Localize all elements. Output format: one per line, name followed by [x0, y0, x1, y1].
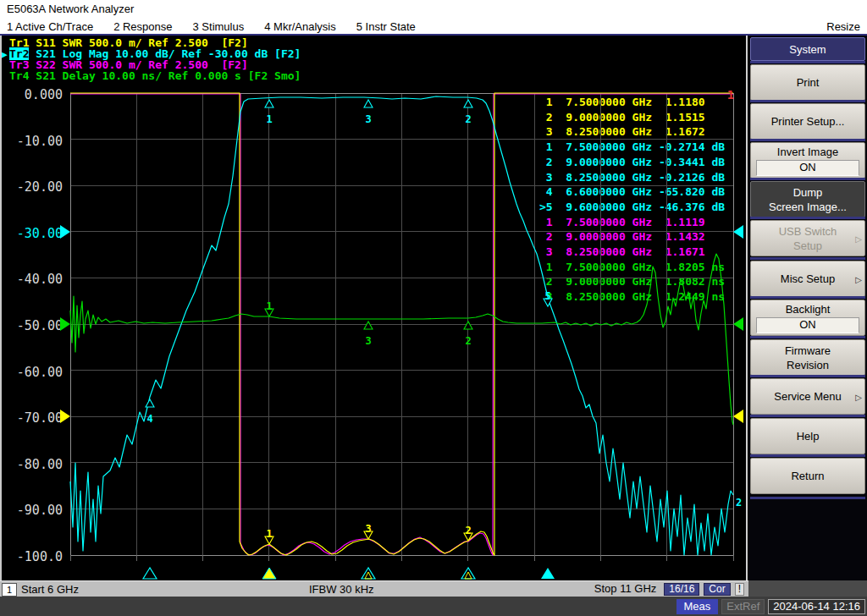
softkey-dump-screen-image[interactable]: DumpScreen Image...: [750, 181, 865, 217]
marker-row-tr2-3: 1 7.5000000 GHz -0.2714 dB: [539, 140, 725, 155]
marker-row-tr4-12: 2 9.0000000 GHz 1.8082 ns: [539, 274, 725, 289]
y-axis-label-5: -50.00: [17, 318, 63, 333]
softkey-help-label: Help: [797, 429, 820, 443]
softkey-backlight-label: Backlight: [786, 302, 831, 316]
marker-row-tr3-10: 3 8.2500000 GHz 1.1671: [539, 245, 725, 260]
trace-name-tr4: Tr4: [9, 69, 29, 82]
softkey-separator-7: [750, 296, 865, 299]
softkey-invert-image-label: Invert Image: [777, 145, 838, 159]
softkey-system[interactable]: System: [750, 37, 865, 61]
softkey-misc-setup-label: Misc Setup: [781, 272, 835, 286]
softkey-firmware-revision[interactable]: FirmwareRevision: [750, 339, 865, 376]
system-status-cluster: Meas ExtRef 2024-06-14 12:16: [676, 598, 865, 614]
trace-status-block: Tr1 S11 SWR 500.0 m/ Ref 2.500 [F2]▶Tr2 …: [2, 37, 301, 81]
marker-row-tr3-9: 2 9.0000000 GHz 1.1432: [539, 229, 725, 245]
softkey-dump-screen-image-label-2: Screen Image...: [769, 200, 847, 214]
menu-item-resize[interactable]: Resize: [826, 20, 860, 33]
softkey-printer-setup-label: Printer Setup...: [771, 114, 845, 129]
y-axis-label-8: -80.00: [17, 457, 63, 472]
ifbw-label: IFBW 30 kHz: [309, 582, 374, 597]
start-frequency-label: Start 6 GHz: [21, 582, 79, 597]
marker-row-tr2-4: 2 9.0000000 GHz -0.3441 dB: [539, 155, 725, 170]
menu-item-3[interactable]: 3 Stimulus: [193, 20, 245, 33]
sweep-count-badge: 16/16: [664, 583, 699, 596]
marker-row-tr2-5: 3 8.2500000 GHz -0.2126 dB: [539, 170, 725, 185]
marker-readout-table: 1 7.5000000 GHz 1.1180 2 9.0000000 GHz 1…: [539, 95, 725, 305]
alert-badge: !: [735, 583, 744, 596]
trace-settings-tr4: S21 Delay 10.00 ns/ Ref 0.000 s [F2 Smo]: [29, 69, 301, 82]
marker-row-tr4-11: 1 7.5000000 GHz 1.8205 ns: [539, 260, 725, 275]
softkey-invert-image[interactable]: Invert ImageON: [750, 142, 865, 179]
softkey-usb-switch-setup[interactable]: USB SwitchSetup▷: [750, 220, 865, 256]
y-axis-label-7: -70.00: [17, 410, 63, 426]
softkey-backlight-state: ON: [756, 317, 859, 333]
softkey-system-label: System: [789, 42, 826, 57]
softkey-separator-1: [750, 61, 865, 63]
menu-item-2[interactable]: 2 Response: [113, 20, 172, 33]
softkey-separator-3: [750, 139, 865, 141]
softkey-misc-setup[interactable]: Misc Setup▷: [750, 261, 865, 297]
extref-status-badge: ExtRef: [721, 599, 765, 614]
instrument-window: E5063A Network Analyzer 1 Active Ch/Trac…: [0, 0, 867, 616]
softkey-dump-screen-image-label: Dump: [793, 185, 823, 200]
y-axis-label-3: -30.00: [17, 226, 63, 241]
y-axis-label-0: 0.000: [25, 87, 63, 102]
screen-left-border: [0, 36, 2, 580]
window-titlebar: E5063A Network Analyzer: [0, 0, 867, 19]
softkey-separator-8: [750, 336, 865, 338]
softkey-separator-5: [750, 217, 865, 219]
status-bar-right-filler: [748, 580, 867, 597]
softkey-service-menu[interactable]: Service Menu▷: [750, 378, 865, 415]
y-axis-label-6: -60.00: [17, 365, 63, 380]
softkey-print[interactable]: Print: [750, 64, 865, 101]
marker-row-tr1-0: 1 7.5000000 GHz 1.1180: [539, 95, 725, 110]
meas-status-badge: Meas: [676, 599, 719, 614]
softkey-help[interactable]: Help: [750, 418, 865, 454]
softkey-return-label: Return: [791, 469, 824, 483]
marker-row-tr3-8: 1 7.5000000 GHz 1.1119: [539, 215, 725, 230]
softkey-return[interactable]: Return: [750, 458, 865, 494]
channel-number-box: 1: [2, 583, 17, 597]
y-axis-label-2: -20.00: [17, 179, 63, 195]
softkey-firmware-revision-label-2: Revision: [787, 358, 829, 372]
submenu-arrow-icon: ▷: [855, 231, 862, 245]
marker-row-tr1-2: 3 8.2500000 GHz 1.1672: [539, 124, 725, 140]
menu-item-5[interactable]: 5 Instr State: [356, 20, 416, 33]
softkey-usb-switch-setup-label-2: Setup: [793, 239, 822, 253]
status-right-cluster: Stop 11 GHz 16/16 Cor !: [594, 582, 744, 596]
marker-row-tr2-6: 4 6.6000000 GHz -65.820 dB: [539, 184, 725, 200]
window-title: E5063A Network Analyzer: [7, 3, 134, 15]
status-bar: 1 Start 6 GHz IFBW 30 kHz Stop 11 GHz 16…: [0, 580, 748, 597]
y-axis-label-4: -40.00: [17, 272, 63, 287]
softkey-separator-9: [750, 375, 865, 377]
trace-status-tr4[interactable]: Tr4 S21 Delay 10.00 ns/ Ref 0.000 s [F2 …: [2, 70, 301, 81]
submenu-arrow-icon: ▷: [855, 389, 862, 404]
marker-row-tr4-13: 3 8.2500000 GHz 1.2449 ns: [539, 289, 725, 305]
correction-badge: Cor: [704, 583, 730, 596]
softkey-service-menu-label: Service Menu: [774, 389, 841, 404]
trace-arrow-placeholder: [2, 71, 9, 82]
y-axis-label-1: -10.00: [17, 134, 63, 149]
softkey-firmware-revision-label: Firmware: [785, 344, 831, 358]
datetime-display: 2024-06-14 12:16: [768, 599, 865, 614]
y-axis-label-9: -90.00: [17, 503, 63, 518]
softkey-separator-4: [750, 178, 865, 180]
menu-item-4[interactable]: 4 Mkr/Analysis: [264, 20, 336, 33]
menu-bar: 1 Active Ch/Trace2 Response3 Stimulus4 M…: [0, 19, 867, 36]
softkey-separator-10: [750, 415, 865, 417]
menu-item-1[interactable]: 1 Active Ch/Trace: [7, 20, 93, 33]
softkey-backlight[interactable]: BacklightON: [750, 300, 865, 336]
softkey-usb-switch-setup-label: USB Switch: [779, 224, 837, 239]
marker-row-tr2-7: >5 9.6000000 GHz -46.376 dB: [539, 200, 725, 215]
softkey-print-label: Print: [797, 75, 820, 90]
stop-frequency-label: Stop 11 GHz: [594, 582, 656, 596]
system-status-bar: Meas ExtRef 2024-06-14 12:16: [0, 597, 867, 616]
softkey-invert-image-state: ON: [756, 160, 859, 176]
softkey-printer-setup[interactable]: Printer Setup...: [750, 103, 865, 140]
softkey-separator-6: [750, 257, 865, 260]
softkey-panel-separator: [746, 36, 748, 580]
softkey-separator-11: [750, 454, 865, 457]
submenu-arrow-icon: ▷: [855, 272, 862, 286]
softkey-separator-end: [750, 497, 865, 499]
marker-row-tr1-1: 2 9.0000000 GHz 1.1515: [539, 110, 725, 125]
